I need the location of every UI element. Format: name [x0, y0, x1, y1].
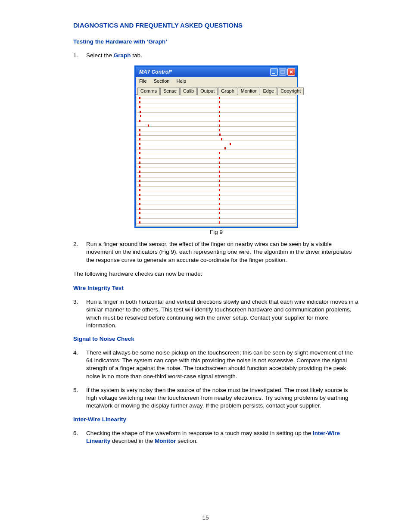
graph-panel [137, 96, 296, 225]
list-body-6: Checking the shape of the waveform in re… [86, 429, 359, 445]
menu-file[interactable]: File [137, 78, 149, 84]
tab-output[interactable]: Output [197, 87, 218, 95]
item1-text-a: Select the [86, 52, 114, 59]
subheading-signal-noise: Signal to Noise Check [73, 336, 359, 342]
list-number-6: 6. [73, 429, 86, 445]
tab-copyright[interactable]: Copyright [277, 87, 304, 95]
graph-tab-ref: Graph [114, 52, 131, 59]
tab-comms[interactable]: Comms [137, 87, 160, 95]
list-body-2: Run a finger around the sensor, the effe… [86, 240, 359, 264]
tab-graph[interactable]: Graph [218, 87, 237, 95]
tab-edge[interactable]: Edge [260, 87, 277, 95]
subheading-inter-wire: Inter-Wire Linearity [73, 416, 359, 423]
tab-monitor[interactable]: Monitor [238, 87, 260, 95]
menubar: File Section Help [136, 77, 297, 85]
monitor-ref: Monitor [155, 438, 176, 444]
item1-text-c: tab. [131, 52, 142, 59]
page-number: 15 [0, 514, 411, 521]
list-number-3: 3. [73, 298, 86, 330]
menu-section[interactable]: Section [152, 78, 171, 84]
list-number-2: 2. [73, 240, 86, 264]
tab-sense[interactable]: Sense [160, 87, 180, 95]
menu-help[interactable]: Help [174, 78, 188, 84]
item6-text-e: section. [176, 438, 198, 444]
figure-caption: Fig 9 [134, 229, 298, 235]
list-body-3: Run a finger in both horizontal and vert… [86, 298, 359, 330]
list-number-4: 4. [73, 349, 86, 380]
subheading-graph-test: Testing the Hardware with ‘Graph’ [73, 38, 359, 45]
list-body-4: There will always be some noise pickup o… [86, 349, 359, 380]
tab-bar: Comms Sense Calib Output Graph Monitor E… [136, 85, 297, 95]
svg-rect-1 [281, 70, 284, 74]
list-number-5: 5. [73, 386, 86, 410]
page-heading: DIAGNOSTICS AND FREQUENTLY ASKED QUESTIO… [73, 22, 359, 29]
tab-calib[interactable]: Calib [180, 87, 197, 95]
svg-rect-0 [272, 73, 275, 74]
list-body-1: Select the Graph tab. [86, 52, 359, 59]
item6-text-a: Checking the shape of the waveform in re… [86, 430, 313, 436]
hardware-checks-intro: The following hardware checks can now be… [73, 270, 359, 278]
maximize-button[interactable] [279, 68, 286, 76]
subheading-wire-integrity: Wire Integrity Test [73, 285, 359, 291]
close-button[interactable] [287, 68, 295, 76]
titlebar: MA7 Control* [136, 67, 297, 77]
list-body-5: If the system is very noisy then the sou… [86, 386, 359, 410]
list-number-1: 1. [73, 52, 86, 59]
minimize-button[interactable] [270, 68, 278, 76]
ma7-control-window: MA7 Control* File Section Help Comms Sen… [134, 65, 298, 228]
window-title: MA7 Control* [139, 69, 172, 75]
item6-text-c: described in the [110, 438, 155, 444]
